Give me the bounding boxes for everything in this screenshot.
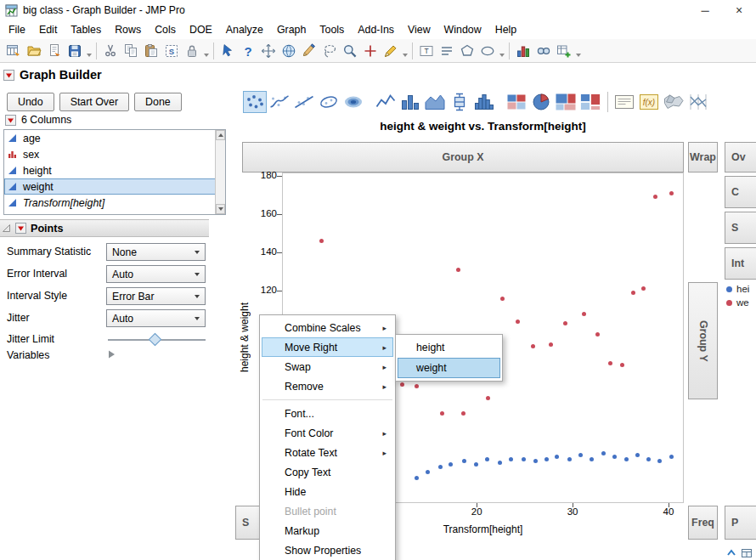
weight-data-point[interactable] xyxy=(653,195,657,199)
toolbar-overflow-icon[interactable] xyxy=(574,42,582,59)
weight-data-point[interactable] xyxy=(486,396,490,400)
copy-icon[interactable] xyxy=(121,42,140,60)
height-data-point[interactable] xyxy=(544,457,549,461)
jitter-limit-slider[interactable] xyxy=(108,334,206,346)
new-script-icon[interactable] xyxy=(45,42,64,60)
column-item-height[interactable]: height xyxy=(4,162,225,178)
points-red-triangle-icon[interactable] xyxy=(15,223,26,234)
weight-data-point[interactable] xyxy=(400,382,404,387)
line-element-icon[interactable] xyxy=(374,91,398,113)
jitter-dropdown[interactable]: Auto xyxy=(106,309,206,327)
height-data-point[interactable] xyxy=(485,457,489,461)
menu-item-font[interactable]: Font... xyxy=(262,404,393,423)
menu-item-show-properties[interactable]: Show Properties xyxy=(262,540,393,560)
lasso-tool-icon[interactable] xyxy=(320,42,339,60)
menu-rows[interactable]: Rows xyxy=(108,21,148,38)
line-of-fit-element-icon[interactable] xyxy=(292,91,316,113)
menu-item-rotate-text[interactable]: Rotate Text▸ xyxy=(262,443,393,462)
toolbar-overflow-icon[interactable] xyxy=(401,42,409,59)
crosshair-tool-icon[interactable] xyxy=(361,42,380,60)
menu-help[interactable]: Help xyxy=(488,21,523,38)
text-box-tool-icon[interactable]: T xyxy=(417,42,436,60)
status-panel-icon[interactable] xyxy=(741,547,753,559)
close-button[interactable]: × xyxy=(722,0,756,20)
polygon-tool-icon[interactable] xyxy=(458,42,477,60)
interval-style-dropdown[interactable]: Error Bar xyxy=(106,287,206,305)
annotate-tool-icon[interactable] xyxy=(381,42,400,60)
weight-data-point[interactable] xyxy=(500,297,505,301)
globe-tool-icon[interactable] xyxy=(279,42,298,60)
graph-builder-tool-icon[interactable] xyxy=(514,42,533,60)
points-element-icon[interactable] xyxy=(243,91,267,113)
minimize-button[interactable]: ─ xyxy=(688,0,722,20)
weight-data-point[interactable] xyxy=(415,384,419,388)
parallel-plot-element-icon[interactable] xyxy=(686,91,710,113)
height-data-point[interactable] xyxy=(522,457,526,461)
histogram-element-icon[interactable] xyxy=(472,91,496,113)
menu-item-copy-text[interactable]: Copy Text xyxy=(262,462,393,482)
table-plus-icon[interactable] xyxy=(555,42,573,60)
height-data-point[interactable] xyxy=(415,476,419,480)
weight-data-point[interactable] xyxy=(456,268,460,272)
menu-file[interactable]: File xyxy=(2,21,32,38)
height-data-point[interactable] xyxy=(578,453,583,457)
cut-icon[interactable] xyxy=(101,42,120,60)
error-interval-dropdown[interactable]: Auto xyxy=(106,265,206,283)
y-axis-label[interactable]: height & weight xyxy=(238,265,251,410)
size-zone[interactable]: S xyxy=(725,212,756,244)
arrow-tool-icon[interactable] xyxy=(218,42,237,60)
menu-add-ins[interactable]: Add-Ins xyxy=(351,21,401,38)
box-plot-element-icon[interactable] xyxy=(448,91,471,113)
paste-icon[interactable] xyxy=(142,42,161,60)
height-data-point[interactable] xyxy=(601,451,606,455)
menu-item-hide[interactable]: Hide xyxy=(262,482,393,501)
height-data-point[interactable] xyxy=(590,457,594,461)
page-zone[interactable]: P xyxy=(725,506,756,540)
submenu-item-height[interactable]: height xyxy=(398,337,500,358)
weight-data-point[interactable] xyxy=(549,342,553,347)
column-item-weight[interactable]: weight xyxy=(4,178,225,195)
start-over-button[interactable]: Start Over xyxy=(59,93,129,111)
menu-edit[interactable]: Edit xyxy=(32,21,64,38)
column-item-age[interactable]: age xyxy=(4,130,225,146)
height-data-point[interactable] xyxy=(624,457,629,461)
open-icon[interactable] xyxy=(25,42,43,60)
height-data-point[interactable] xyxy=(462,459,466,463)
brush-tool-icon[interactable] xyxy=(300,42,319,60)
weight-data-point[interactable] xyxy=(440,411,444,416)
menu-item-swap[interactable]: Swap▸ xyxy=(262,357,393,376)
lock-icon[interactable] xyxy=(183,42,201,60)
menu-item-markup[interactable]: Markup xyxy=(262,521,393,540)
smoother-element-icon[interactable] xyxy=(268,91,291,113)
group-x-zone[interactable]: Group X xyxy=(242,142,684,173)
menu-window[interactable]: Window xyxy=(437,21,488,38)
weight-data-point[interactable] xyxy=(669,191,674,195)
scroll-down-icon[interactable] xyxy=(216,204,225,214)
height-data-point[interactable] xyxy=(533,459,538,463)
menu-analyze[interactable]: Analyze xyxy=(219,21,270,38)
submenu-item-weight[interactable]: weight xyxy=(398,358,500,378)
menu-view[interactable]: View xyxy=(401,21,437,38)
columns-list-scrollbar[interactable] xyxy=(215,130,225,214)
weight-data-point[interactable] xyxy=(461,411,465,416)
slider-thumb[interactable] xyxy=(149,333,162,347)
height-data-point[interactable] xyxy=(646,457,651,461)
variables-disclosure-icon[interactable] xyxy=(108,349,116,359)
interval-zone[interactable]: Int xyxy=(725,247,756,280)
bar-element-icon[interactable] xyxy=(398,91,422,113)
collapse-triangle-icon[interactable] xyxy=(2,223,11,233)
caption-box-element-icon[interactable] xyxy=(612,91,636,113)
color-zone[interactable]: C xyxy=(725,176,756,208)
menu-cols[interactable]: Cols xyxy=(148,21,183,38)
weight-data-point[interactable] xyxy=(319,239,324,243)
mosaic-element-icon[interactable] xyxy=(578,91,602,113)
weight-data-point[interactable] xyxy=(608,361,612,365)
menu-doe[interactable]: DOE xyxy=(183,21,219,38)
toolbar-overflow-icon[interactable] xyxy=(202,42,210,59)
menu-graph[interactable]: Graph xyxy=(270,21,313,38)
new-data-table-icon[interactable] xyxy=(4,42,23,60)
help-tool-icon[interactable]: ? xyxy=(239,42,257,60)
menu-item-remove[interactable]: Remove▸ xyxy=(262,376,393,396)
toolbar-overflow-icon[interactable] xyxy=(498,42,505,59)
freq-zone[interactable]: Freq xyxy=(688,506,718,540)
